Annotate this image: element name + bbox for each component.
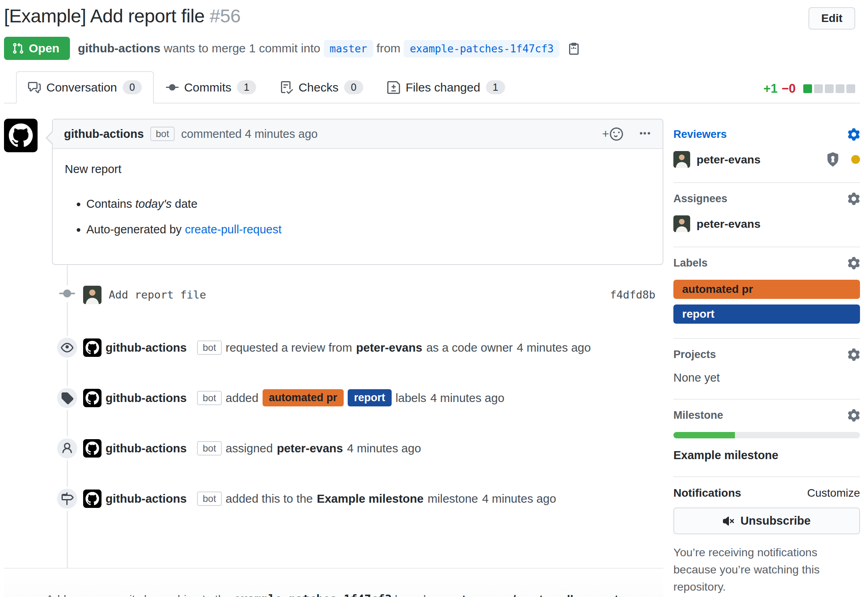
avatar-github-actions[interactable] (83, 389, 102, 407)
reviewers-heading[interactable]: Reviewers (673, 128, 727, 141)
labels-header: Labels (673, 257, 860, 269)
from-text: from (376, 42, 400, 55)
tab-label: Commits (184, 81, 231, 94)
assignee-name[interactable]: peter-evans (697, 217, 760, 231)
create-pull-request-link[interactable]: create-pull-request (185, 223, 282, 236)
projects-header: Projects (673, 348, 860, 361)
event-labels-added: github-actions bot added automated pr re… (4, 373, 663, 423)
comment-heading: New report (65, 161, 651, 177)
reviewer-name[interactable]: peter-evans (697, 153, 760, 166)
base-branch-label[interactable]: master (324, 40, 373, 58)
pr-title-text: [Example] Add report file (4, 5, 205, 26)
tab-count: 0 (344, 80, 363, 94)
sidebar-section-labels: Labels automated pr report (673, 247, 860, 339)
event-time[interactable]: 4 minutes ago (482, 492, 556, 505)
avatar-github-actions[interactable] (83, 338, 102, 357)
avatar-peter-evans[interactable] (673, 151, 690, 168)
assignees-heading[interactable]: Assignees (673, 193, 727, 205)
content: github-actions bot commented 4 minutes a… (4, 103, 860, 597)
mute-icon (723, 515, 735, 527)
label-automated-pr[interactable]: automated pr (263, 389, 344, 406)
event-user[interactable]: peter-evans (277, 442, 343, 455)
event-actor[interactable]: github-actions (106, 341, 187, 354)
event-actor[interactable]: github-actions (106, 492, 187, 505)
gear-icon[interactable] (848, 409, 860, 422)
checklist-icon (280, 81, 293, 94)
event-time[interactable]: 4 minutes ago (517, 341, 591, 354)
octocat-icon (86, 492, 99, 505)
label-report[interactable]: report (348, 389, 392, 406)
comment-list: Contains today's date Auto-generated by … (65, 196, 651, 238)
notifications-heading: Notifications (673, 487, 741, 499)
event-assigned: github-actions bot assigned peter-evans … (4, 423, 663, 474)
tab-count: 1 (486, 80, 505, 94)
commit-hash[interactable]: f4dfd8b (610, 289, 655, 301)
milestone-heading[interactable]: Milestone (673, 409, 723, 422)
projects-heading[interactable]: Projects (673, 348, 716, 361)
lines-added: +1 (763, 82, 777, 96)
file-diff-icon (387, 81, 400, 94)
avatar-peter-evans[interactable] (83, 286, 102, 304)
label-automated-pr[interactable]: automated pr (673, 280, 860, 299)
event-milestone-name[interactable]: Example milestone (317, 492, 424, 505)
pr-author[interactable]: github-actions (78, 42, 161, 55)
commit-icon (166, 81, 179, 94)
commit-message[interactable]: Add report file (109, 289, 206, 301)
label-report[interactable]: report (673, 304, 860, 324)
avatar-peter-evans[interactable] (673, 215, 690, 232)
tab-label: Files changed (406, 81, 480, 94)
customize-link[interactable]: Customize (807, 487, 860, 499)
milestone-name[interactable]: Example milestone (673, 449, 860, 462)
pending-review-dot (851, 155, 860, 164)
comment-bullet: Contains today's date (86, 196, 651, 212)
event-time[interactable]: 4 minutes ago (430, 391, 504, 405)
milestone-progress-fill (673, 432, 735, 438)
avatar-github-actions[interactable] (83, 439, 102, 458)
bot-badge: bot (197, 391, 221, 405)
avatar-github-actions[interactable] (83, 490, 102, 508)
add-reaction-button[interactable]: + (602, 127, 623, 141)
unsubscribe-button[interactable]: Unsubscribe (673, 507, 860, 534)
assignees-header: Assignees (673, 193, 860, 205)
merge-sentence: github-actions wants to merge 1 commit i… (78, 42, 560, 55)
octocat-icon (86, 391, 99, 405)
comment-author[interactable]: github-actions (64, 127, 144, 141)
labels-heading[interactable]: Labels (673, 257, 708, 269)
tab-conversation[interactable]: Conversation 0 (16, 71, 154, 103)
gear-icon[interactable] (848, 257, 860, 269)
sidebar-section-reviewers: Reviewers peter-evans (673, 119, 860, 183)
octocat-icon (9, 123, 33, 147)
tab-checks[interactable]: Checks 0 (268, 71, 375, 103)
event-time[interactable]: 4 minutes ago (347, 442, 421, 455)
sidebar-section-assignees: Assignees peter-evans (673, 183, 860, 247)
milestone-header: Milestone (673, 409, 860, 422)
edit-button[interactable]: Edit (808, 7, 855, 30)
gear-icon[interactable] (848, 348, 860, 361)
projects-empty: None yet (673, 371, 860, 384)
gear-icon[interactable] (848, 193, 860, 205)
merge-text: wants to merge 1 commit into (164, 42, 321, 55)
tag-icon (55, 386, 79, 410)
avatar-github-actions[interactable] (4, 119, 38, 152)
bot-badge: bot (150, 127, 175, 141)
comment-row: github-actions bot commented 4 minutes a… (4, 119, 663, 265)
page-title: [Example] Add report file #56 (4, 5, 241, 27)
tab-files-changed[interactable]: Files changed 1 (375, 71, 517, 103)
gear-icon[interactable] (848, 128, 860, 141)
copy-branch-icon[interactable] (567, 42, 580, 55)
pull-request-page: [Example] Add report file #56 Edit Open … (0, 0, 868, 597)
notifications-header: Notifications Customize (673, 487, 860, 499)
head-branch-label[interactable]: example-patches-1f47cf3 (404, 40, 559, 58)
event-actor[interactable]: github-actions (106, 442, 187, 455)
commit-row: Add report file f4dfd8b (4, 265, 663, 322)
lines-removed: −0 (782, 82, 796, 96)
kebab-menu-button[interactable] (638, 127, 651, 141)
event-actor[interactable]: github-actions (106, 391, 187, 404)
kebab-icon (638, 127, 651, 140)
milestone-icon (55, 487, 79, 511)
pr-header: [Example] Add report file #56 Edit (4, 0, 860, 30)
commit-dot-icon (56, 285, 78, 302)
tab-commits[interactable]: Commits 1 (154, 71, 268, 103)
event-user[interactable]: peter-evans (356, 341, 422, 354)
timeline: Add report file f4dfd8b github-actions b… (4, 265, 663, 568)
